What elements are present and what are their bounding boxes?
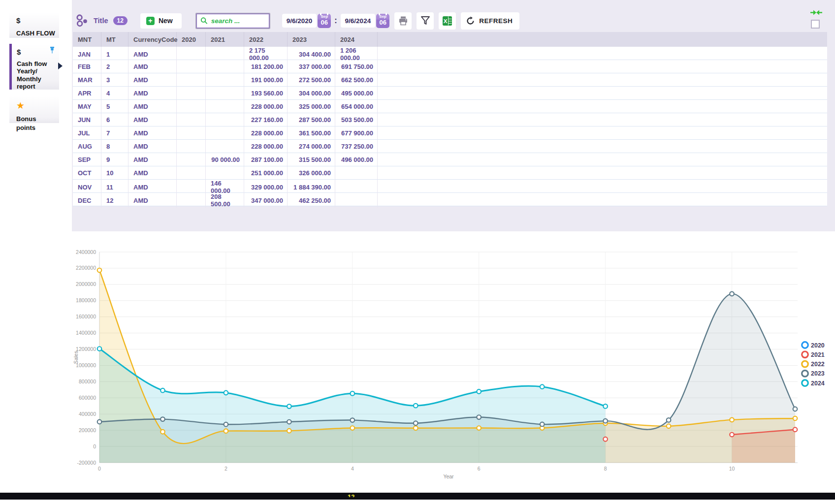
group-icon[interactable] (76, 14, 89, 27)
legend-swatch-icon (802, 351, 808, 358)
table-cell (378, 87, 827, 99)
table-row[interactable]: MAR3AMD191 000.00272 500.00662 500.00 (73, 73, 827, 87)
sidebar-item-bonus-points[interactable]: ★ Bonus points (9, 96, 59, 123)
table-cell (177, 166, 206, 179)
table-cell (206, 100, 244, 113)
legend-item[interactable]: 2020 (802, 342, 825, 349)
table-cell: AMD (128, 100, 177, 113)
table-row[interactable]: SEP9AMD90 000.00287 100.00315 500.00496 … (73, 153, 827, 166)
table-row[interactable]: MAY5AMD228 000.00325 000.00654 000.00 (73, 100, 827, 113)
table-row[interactable]: APR4AMD193 560.00304 000.00495 000.00 (73, 87, 827, 100)
legend-swatch-icon (802, 342, 808, 348)
table-cell (335, 180, 378, 194)
table-row[interactable]: JUL7AMD228 000.00361 500.00677 900.00 (73, 126, 827, 140)
sidebar-item-cash-flow-report[interactable]: $ Cash flow Yearly/ Monthly report (9, 44, 59, 90)
refresh-button[interactable]: REFRESH (461, 12, 519, 30)
table-cell (206, 87, 244, 99)
calendar-month: Sep (321, 14, 328, 19)
taskbar-clipped-text: 12 (348, 493, 354, 497)
column-header[interactable]: MNT (73, 32, 101, 47)
y-tick-label: 1600000 (76, 314, 96, 319)
legend-item[interactable]: 2024 (802, 380, 825, 387)
search-box[interactable] (195, 13, 270, 29)
table-cell: 677 900.00 (335, 126, 378, 139)
column-header[interactable]: 2021 (206, 32, 244, 47)
table-cell: JUL (73, 126, 101, 139)
table-cell (177, 180, 206, 194)
column-header[interactable] (378, 32, 827, 47)
table-cell: 337 000.00 (288, 60, 335, 73)
column-header[interactable]: 2023 (288, 32, 335, 47)
table-row[interactable]: FEB2AMD181 200.00337 000.00691 750.00 (73, 60, 827, 73)
table-cell: 193 560.00 (244, 87, 288, 99)
table-cell: 7 (101, 126, 128, 139)
table-row[interactable]: DEC12AMD208 500.00347 000.00462 250.00 (73, 193, 827, 206)
date-to-field[interactable]: 9/6/2024 (341, 14, 376, 28)
table-cell: APR (73, 87, 101, 99)
table-cell: AMD (128, 166, 177, 179)
select-checkbox[interactable] (811, 20, 820, 29)
table-cell: 10 (101, 166, 128, 179)
refresh-label: REFRESH (479, 17, 513, 25)
table-cell: AMD (128, 193, 177, 208)
table-row[interactable]: JUN6AMD227 160.00287 500.00503 500.00 (73, 113, 827, 126)
legend-label: 2024 (811, 380, 825, 387)
table-cell: AMD (128, 87, 177, 99)
table-cell (177, 113, 206, 126)
column-header[interactable]: CurrencyCode (128, 32, 177, 47)
export-excel-button[interactable]: X (439, 12, 456, 30)
collapse-horizontal-icon[interactable] (810, 9, 822, 16)
sidebar-item-label: CASH FLOW (16, 30, 55, 37)
legend-item[interactable]: 2021 (802, 351, 825, 358)
table-cell: 4 (101, 87, 128, 99)
table-cell: 8 (101, 140, 128, 153)
sidebar-item-label: Bonus points (16, 115, 36, 131)
table-row[interactable]: AUG8AMD228 000.00274 000.00737 250.00 (73, 140, 827, 153)
table-cell (378, 100, 827, 113)
table-cell: 181 200.00 (244, 60, 288, 73)
date-from-field[interactable]: 9/6/2020 (282, 14, 317, 28)
legend-label: 2020 (811, 342, 825, 349)
calendar-day: 06 (321, 19, 328, 26)
calendar-icon[interactable]: Sep 06 (376, 14, 389, 28)
date-from-group: 9/6/2020 Sep 06 (282, 14, 331, 28)
table-cell: 662 500.00 (335, 73, 378, 86)
table-cell: 496 000.00 (335, 153, 378, 166)
column-header[interactable]: 2024 (335, 32, 378, 47)
y-tick-label: 400000 (79, 411, 96, 417)
table-cell: NOV (73, 180, 101, 194)
sidebar-item-label: Cash flow Yearly/ Monthly report (17, 60, 55, 90)
table-cell: AMD (128, 126, 177, 139)
column-header[interactable]: MT (101, 32, 128, 47)
column-header[interactable]: 2022 (244, 32, 288, 47)
table-cell (177, 73, 206, 86)
legend-label: 2021 (811, 351, 825, 358)
table-cell: 146 000.00 (206, 180, 244, 194)
table-cell: DEC (73, 193, 101, 208)
table-cell: 12 (101, 193, 128, 208)
table-row[interactable]: OCT10AMD251 000.00326 000.00 (73, 166, 827, 180)
y-tick-label: 600000 (79, 395, 96, 401)
filter-button[interactable] (417, 12, 434, 30)
table-cell (206, 113, 244, 126)
new-button[interactable]: + New (140, 13, 182, 29)
legend-label: 2022 (811, 361, 825, 368)
table-cell: 208 500.00 (206, 193, 244, 208)
table-cell (378, 193, 827, 208)
table-cell: AMD (128, 140, 177, 153)
table-cell: 90 000.00 (206, 153, 244, 166)
table-cell (206, 126, 244, 139)
legend-item[interactable]: 2022 (802, 361, 825, 368)
print-button[interactable] (394, 12, 412, 30)
legend-item[interactable]: 2023 (802, 370, 825, 377)
sidebar-item-cash-flow[interactable]: $ CASH FLOW (9, 12, 59, 38)
search-input[interactable] (211, 17, 265, 25)
calendar-icon[interactable]: Sep 06 (318, 14, 331, 28)
expand-arrow-icon[interactable] (58, 63, 63, 69)
pin-icon[interactable] (50, 47, 55, 54)
table-row[interactable]: NOV11AMD146 000.00329 000.001 884 390.00 (73, 180, 827, 193)
table-cell (177, 193, 206, 208)
title-label: Title (94, 17, 108, 25)
column-header[interactable]: 2020 (177, 32, 206, 47)
table-row[interactable]: JAN1AMD2 175 000.00304 400.001 206 000.0… (73, 47, 827, 60)
